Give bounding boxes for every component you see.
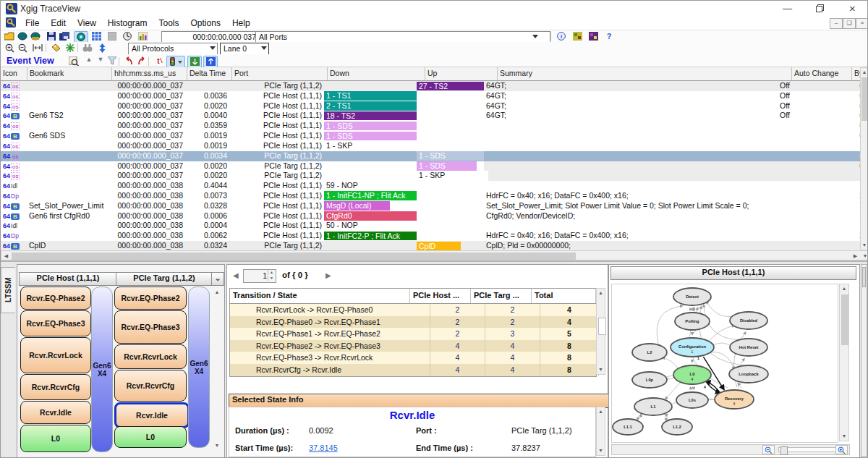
ltssm-state-l0[interactable]: L0: [20, 425, 91, 452]
marker-icon[interactable]: [64, 43, 77, 54]
show-down-traffic-button[interactable]: [187, 56, 202, 68]
table-row[interactable]: 64os000:00:00.000_0370.0019PCIe Host (1,…: [1, 141, 868, 151]
state-info-vscrollbar[interactable]: ▲ ▼: [596, 407, 605, 456]
table-row[interactable]: 64BSet_Slot_Power_Limit000:00:00.000_038…: [1, 201, 868, 211]
ltssm-state-l0[interactable]: L0: [114, 426, 187, 448]
protocols-combobox[interactable]: All Protocols: [128, 43, 218, 55]
scroll-thumb[interactable]: [12, 253, 576, 260]
table-row[interactable]: 64os000:00:00.000_0370.0020PCIe Targ (1,…: [1, 161, 868, 171]
transition-column-header[interactable]: Transition / State: [230, 289, 410, 303]
scroll-up-icon[interactable]: ▲: [597, 289, 605, 297]
lane-combobox[interactable]: Lane 0: [220, 43, 269, 55]
save-all-button[interactable]: [58, 31, 71, 42]
inspect-event-icon[interactable]: [67, 56, 80, 67]
diagram-node-configuration[interactable]: Configuration1: [671, 338, 714, 357]
scroll-up-icon[interactable]: ▲: [840, 284, 848, 293]
collapsed-panel-tab[interactable]: [862, 267, 866, 287]
table-row[interactable]: 64BCplD000:00:00.000_0380.0324PCIe Targ …: [1, 241, 868, 251]
help-button[interactable]: ?: [603, 31, 616, 42]
diagram-zoom-slider[interactable]: [778, 447, 841, 452]
close-button[interactable]: ×: [836, 1, 868, 17]
maximize-button[interactable]: [804, 1, 836, 17]
diagram-node-recovery[interactable]: Recovery4: [715, 390, 754, 409]
transition-column-header[interactable]: PCIe Host ...: [410, 289, 471, 303]
column-header-summary[interactable]: Summary: [498, 67, 792, 80]
ltssm-state-rcvr-rcvrcfg[interactable]: Rcvr.RcvrCfg: [114, 370, 187, 402]
diagram-vscrollbar[interactable]: ▲ ▼: [839, 284, 849, 441]
filter-icon[interactable]: [106, 56, 119, 67]
mdi-minimize-button[interactable]: –: [830, 18, 843, 29]
table-row[interactable]: 64Idl000:00:00.000_0380.4044PCIe Host (1…: [1, 181, 868, 191]
menu-histogram[interactable]: Histogram: [102, 17, 153, 30]
table-row[interactable]: 64BGen6 TS2000:00:00.000_0370.0040PCIe H…: [1, 111, 868, 121]
column-header-bookmark[interactable]: Bookmark: [27, 67, 112, 80]
report-view-button[interactable]: [106, 31, 119, 42]
open-workspace-button[interactable]: [29, 31, 42, 42]
analyzer-view-button[interactable]: [587, 31, 600, 42]
diagram-node-polling[interactable]: Polling: [675, 313, 710, 330]
diagram-node-l1-2[interactable]: L1.2: [662, 419, 692, 435]
menu-edit[interactable]: Edit: [45, 17, 72, 30]
diagram-node-l2[interactable]: L2: [632, 344, 667, 361]
ltssm-header-dropdown[interactable]: ⌄: [211, 272, 224, 286]
ltssm-scroll-up-icon[interactable]: ▲: [213, 288, 221, 297]
scroll-thumb[interactable]: [841, 294, 848, 345]
table-row[interactable]: 64os000:00:00.000_0370.0034PCIe Targ (1,…: [1, 151, 868, 161]
menu-options[interactable]: Options: [185, 17, 226, 30]
scroll-right-icon[interactable]: ▶: [851, 251, 860, 261]
tag-icon[interactable]: [49, 43, 62, 54]
collapsed-panel-strip[interactable]: [861, 264, 867, 457]
transition-row[interactable]: Rcvr.EQ-Phase0 -> Rcvr.EQ-Phase1224: [230, 316, 596, 328]
table-row[interactable]: 64os000:00:00.000_0370.0020PCIe Targ (1,…: [1, 171, 868, 181]
scroll-thumb[interactable]: [861, 77, 867, 121]
spinner-up-icon[interactable]: ▲: [268, 270, 275, 275]
ltssm-state-rcvr-eq-phase3[interactable]: Rcvr.EQ-Phase3: [114, 310, 187, 344]
save-button[interactable]: [45, 31, 58, 42]
ltssm-side-tab[interactable]: LTSSM: [1, 267, 15, 313]
ltssm-state-rcvr-rcvrlock[interactable]: Rcvr.RcvrLock: [114, 344, 187, 369]
scroll-left-icon[interactable]: ◀: [1, 251, 11, 261]
page-spinner[interactable]: 1 ▲ ▼: [243, 269, 276, 283]
open-recent-button[interactable]: [16, 31, 29, 42]
table-row[interactable]: 64Dp000:00:00.000_0380.0073PCIe Host (1,…: [1, 191, 868, 201]
search-binoculars-icon[interactable]: [81, 43, 94, 54]
diagram-node-l0s[interactable]: L0s: [676, 392, 708, 408]
scroll-up-icon[interactable]: ▲: [861, 68, 868, 77]
scroll-down-icon[interactable]: ▼: [597, 365, 605, 374]
statistics-view-button[interactable]: [136, 31, 149, 42]
menu-help[interactable]: Help: [226, 17, 256, 30]
transition-row[interactable]: Rcvr.RcvrCfg -> Rcvr.Idle448: [230, 364, 596, 376]
transition-column-header[interactable]: PCIe Targ ...: [471, 289, 532, 303]
column-header-port[interactable]: Port: [232, 67, 328, 80]
column-header-up[interactable]: Up: [425, 67, 498, 80]
diagram-node-disabled[interactable]: Disabled: [730, 312, 767, 329]
table-row[interactable]: 64Idl000:00:00.000_0380.0004PCIe Host (1…: [1, 221, 868, 231]
transition-table-vscrollbar[interactable]: ▲ ▼: [596, 288, 605, 375]
scroll-down-icon[interactable]: ▼: [597, 446, 605, 455]
transition-row[interactable]: Rcvr.RcvrLock -> Rcvr.EQ-Phase0224: [230, 304, 596, 316]
slider-handle[interactable]: [780, 446, 788, 455]
scroll-up-icon[interactable]: ▲: [597, 407, 605, 416]
diagram-node-l0p[interactable]: L0p: [632, 372, 667, 388]
table-row[interactable]: 64os000:00:00.000_0370.0359PCIe Host (1,…: [1, 121, 868, 131]
table-row[interactable]: 64BGen6 first CfgRd0000:00:00.000_0380.0…: [1, 211, 868, 221]
diagram-node-l0[interactable]: L04: [673, 365, 711, 384]
transition-row[interactable]: Rcvr.EQ-Phase1 -> Rcvr.EQ-Phase2235: [230, 328, 596, 340]
diagram-node-l1-1[interactable]: L1.1: [613, 419, 643, 435]
diagram-zoom-in-button[interactable]: [835, 445, 848, 454]
ltssm-state-rcvr-eq-phase2[interactable]: Rcvr.EQ-Phase2: [114, 287, 187, 310]
minimize-button[interactable]: —: [771, 1, 804, 17]
zoom-out-icon[interactable]: [16, 43, 29, 54]
mdi-restore-button[interactable]: ❏: [843, 18, 856, 29]
timing-view-button[interactable]: [121, 31, 134, 42]
ltssm-state-rcvr-idle[interactable]: Rcvr.Idle: [20, 401, 91, 424]
nav-next-icon[interactable]: ▶: [326, 270, 331, 281]
column-header-delta-time[interactable]: Delta Time: [187, 67, 232, 80]
ltssm-host-header[interactable]: PCIe Host (1,1,1): [19, 272, 117, 286]
sync-scroll-icon[interactable]: [95, 43, 109, 54]
spinner-down-icon[interactable]: ▼: [268, 276, 275, 281]
column-header-hhh-mm-ss-ms-us[interactable]: hhh:mm:ss.ms_us: [112, 67, 187, 80]
ltssm-state-rcvr-rcvrlock[interactable]: Rcvr.RcvrLock: [20, 337, 91, 373]
start-time-link[interactable]: 37.8145: [309, 444, 338, 452]
diagram-node-loopback[interactable]: Loopback: [729, 365, 768, 383]
